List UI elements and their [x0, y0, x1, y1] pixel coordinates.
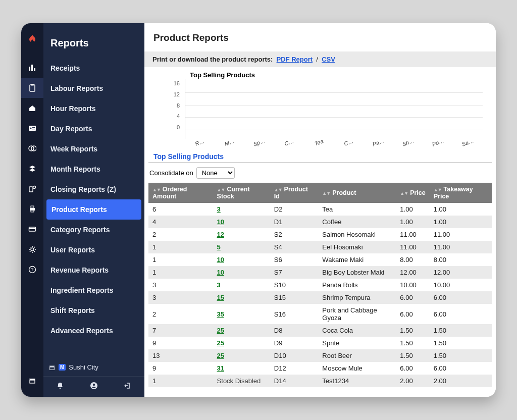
cell-price: 1.00	[396, 203, 429, 216]
table-row: 931D12Moscow Mule6.006.00	[148, 362, 492, 375]
col-stock[interactable]: ▲▼Current Stock	[213, 183, 270, 203]
cell-price: 8.00	[396, 253, 429, 266]
sidebar-item-category-reports[interactable]: Category Reports	[43, 220, 144, 240]
pdf-report-link[interactable]: PDF Report	[277, 56, 313, 63]
table-row: 15S4Eel Hosomaki11.0011.00	[148, 241, 492, 253]
sidebar-item-user-reports[interactable]: User Reports	[43, 240, 144, 260]
sidebar-item-ingredient-reports[interactable]: Ingredient Reports	[43, 280, 144, 300]
location-name: Sushi City	[69, 363, 98, 371]
sidebar-item-month-reports[interactable]: Month Reports	[43, 159, 144, 179]
consolidate-select[interactable]: None	[196, 167, 235, 179]
sidebar-item-closing-reports-z-[interactable]: Closing Reports (Z)	[43, 179, 144, 199]
svg-rect-21	[30, 380, 35, 383]
cell-stock[interactable]: 15	[213, 291, 270, 304]
cell-stock[interactable]: 12	[213, 228, 270, 241]
rail-item-analytics[interactable]	[21, 58, 43, 78]
sidebar-item-receipts[interactable]: Receipts	[43, 58, 144, 78]
rail-item-print[interactable]	[21, 199, 43, 219]
cell-pid: D9	[270, 337, 319, 349]
location-selector[interactable]: M Sushi City	[43, 358, 144, 376]
sidebar-title: Reports	[43, 32, 144, 58]
sidebar-item-labour-reports[interactable]: Labour Reports	[43, 78, 144, 98]
cell-ordered: 3	[148, 279, 213, 291]
cell-ordered: 1	[148, 266, 213, 279]
cell-takeaway: 1.00	[430, 216, 492, 228]
logout-icon[interactable]	[124, 382, 132, 390]
sidebar-item-week-reports[interactable]: Week Reports	[43, 139, 144, 159]
svg-point-23	[60, 388, 61, 389]
csv-link[interactable]: CSV	[322, 56, 335, 63]
cell-product: Big Boy Lobster Maki	[318, 266, 396, 279]
svg-rect-1	[31, 65, 33, 71]
rail-item-help[interactable]: ?	[21, 259, 43, 280]
rail-item-home[interactable]	[21, 98, 43, 118]
col-product[interactable]: ▲▼Product	[318, 183, 396, 203]
cell-price: 10.00	[396, 279, 429, 291]
location-badge: M	[59, 364, 66, 371]
cell-price: 11.00	[396, 241, 429, 253]
cell-stock[interactable]: 25	[213, 324, 270, 337]
col-ordered[interactable]: ▲▼Ordered Amount	[148, 183, 213, 203]
col-pid[interactable]: ▲▼Product Id	[270, 183, 319, 203]
cell-product: Salmon Hosomaki	[318, 228, 396, 241]
rail-item-settings[interactable]	[21, 239, 43, 259]
cell-ordered: 1	[148, 241, 213, 253]
rail-item-layers[interactable]	[21, 159, 43, 179]
clipboard-icon	[28, 84, 36, 92]
cell-product: Panda Rolls	[318, 279, 396, 291]
cell-price: 6.00	[396, 362, 429, 375]
rail-item-money[interactable]	[21, 138, 43, 159]
layers-icon	[28, 165, 36, 173]
cell-price: 11.00	[396, 228, 429, 241]
cell-stock[interactable]: 31	[213, 362, 270, 375]
table-row: 110S6Wakame Maki8.008.00	[148, 253, 492, 266]
svg-rect-17	[29, 228, 36, 229]
cell-stock[interactable]: 25	[213, 349, 270, 362]
bar-chart-icon	[28, 64, 36, 72]
printer-icon	[28, 205, 36, 213]
sidebar-item-day-reports[interactable]: Day Reports	[43, 119, 144, 139]
cell-takeaway: 1.00	[430, 203, 492, 216]
sidebar-item-hour-reports[interactable]: Hour Reports	[43, 98, 144, 119]
table-row: 110S7Big Boy Lobster Maki12.0012.00	[148, 266, 492, 279]
store-icon	[28, 377, 36, 385]
cell-stock[interactable]: 35	[213, 304, 270, 324]
cell-stock[interactable]: 10	[213, 216, 270, 228]
sort-icon: ▲▼	[274, 187, 282, 192]
cell-stock[interactable]: 25	[213, 337, 270, 349]
cell-price: 1.50	[396, 349, 429, 362]
sidebar-item-product-reports[interactable]: Product Reports	[46, 199, 141, 220]
col-takeaway[interactable]: ▲▼Takeaway Price	[430, 183, 492, 203]
cell-stock[interactable]: 10	[213, 253, 270, 266]
home-icon	[28, 104, 36, 112]
user-account-icon[interactable]	[90, 382, 98, 390]
sort-icon: ▲▼	[434, 187, 442, 192]
notifications-icon[interactable]	[56, 382, 64, 390]
table-row: 725D8Coca Cola1.501.50	[148, 324, 492, 337]
main-content: Product Reports Print or download the pr…	[144, 23, 496, 397]
cell-takeaway: 8.00	[430, 253, 492, 266]
sidebar-item-revenue-reports[interactable]: Revenue Reports	[43, 260, 144, 280]
help-icon: ?	[28, 266, 36, 274]
rail-item-store[interactable]	[21, 371, 43, 391]
cell-takeaway: 10.00	[430, 279, 492, 291]
rail-item-device[interactable]	[21, 179, 43, 199]
rail-item-card[interactable]	[21, 219, 43, 239]
coins-icon	[28, 144, 36, 152]
rail-item-reports[interactable]	[21, 78, 43, 98]
cell-stock[interactable]: 5	[213, 241, 270, 253]
cell-stock[interactable]: 3	[213, 203, 270, 216]
app-window: ? Reports ReceiptsLabour ReportsHour Rep…	[21, 23, 496, 397]
col-price[interactable]: ▲▼Price	[396, 183, 429, 203]
table-row: 410D1Coffee1.001.00	[148, 216, 492, 228]
top-selling-chart: Top Selling Products 1612840 R…M…Sp…C…Te…	[144, 67, 496, 145]
cell-ordered: 3	[148, 291, 213, 304]
consolidate-control: Consolidate on None	[144, 163, 496, 183]
sidebar-item-shift-reports[interactable]: Shift Reports	[43, 300, 144, 321]
cell-product: Pork and Cabbage Gyoza	[318, 304, 396, 324]
cell-stock[interactable]: 10	[213, 266, 270, 279]
cell-stock[interactable]: 3	[213, 279, 270, 291]
rail-item-customers[interactable]	[21, 118, 43, 138]
sidebar-item-advanced-reports[interactable]: Advanced Reports	[43, 321, 144, 341]
sidebar-nav: ReceiptsLabour ReportsHour ReportsDay Re…	[43, 58, 144, 341]
